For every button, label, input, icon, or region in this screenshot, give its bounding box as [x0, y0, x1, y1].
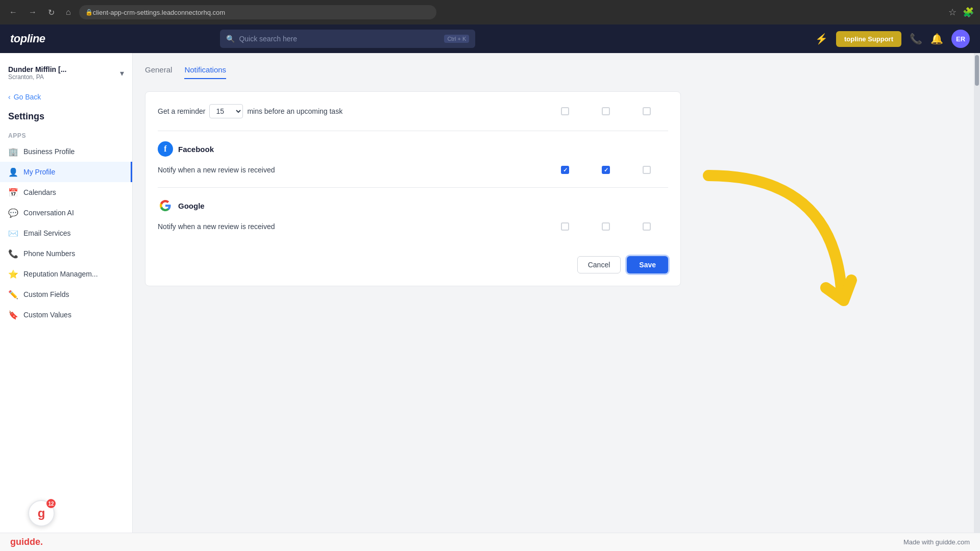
home-button[interactable]: ⌂: [63, 6, 74, 19]
cancel-button[interactable]: Cancel: [577, 256, 621, 273]
scrollbar-thumb[interactable]: [975, 55, 979, 86]
lightning-icon[interactable]: ⚡: [815, 33, 828, 45]
main-content: General Notifications Get a reminder 5 1…: [133, 53, 974, 533]
back-button[interactable]: ←: [6, 6, 20, 19]
tab-notifications[interactable]: Notifications: [184, 65, 226, 79]
guidde-badge[interactable]: g 12: [28, 500, 55, 527]
reminder-checkbox-3[interactable]: [643, 107, 651, 115]
reminder-prefix: Get a reminder: [158, 107, 205, 115]
custom-values-icon: 🔖: [8, 310, 18, 320]
nav-label-conversation-ai: Conversation AI: [23, 209, 74, 217]
nav-label-custom-fields: Custom Fields: [23, 290, 69, 298]
google-icon: [158, 198, 173, 213]
google-notify-row: Notify when a new review is received: [158, 219, 668, 234]
workspace-location: Scranton, PA: [8, 73, 116, 81]
support-button[interactable]: topline Support: [836, 31, 901, 47]
sidebar-item-my-profile[interactable]: 👤 My Profile: [0, 162, 132, 182]
guidde-footer: guidde. Made with guidde.com: [0, 533, 980, 551]
facebook-header: f Facebook: [158, 141, 668, 157]
url-text: client-app-crm-settings.leadconnectorhq.…: [93, 9, 225, 16]
search-icon: 🔍: [226, 35, 235, 43]
g-checkbox-push-wrap: [642, 221, 652, 232]
fb-checkbox-sms-wrap: [601, 165, 611, 175]
action-buttons: Cancel Save: [158, 256, 668, 273]
star-icon[interactable]: ☆: [948, 7, 957, 18]
nav-label-email-services: Email Services: [23, 229, 71, 237]
workspace-selector[interactable]: Dunder Mifflin [... Scranton, PA ▾: [0, 61, 132, 89]
g-checkbox-push[interactable]: [643, 222, 651, 231]
arrow-annotation: [668, 155, 872, 334]
forward-button[interactable]: →: [26, 6, 40, 19]
address-bar[interactable]: 🔒 client-app-crm-settings.leadconnectorh…: [79, 5, 436, 19]
sidebar-item-calendars[interactable]: 📅 Calendars: [0, 182, 132, 203]
sidebar-item-custom-fields[interactable]: ✏️ Custom Fields: [0, 284, 132, 305]
settings-card: Get a reminder 5 10 15 30 60 mins before…: [145, 91, 681, 286]
conversation-ai-icon: 💬: [8, 208, 18, 218]
sidebar-item-business-profile[interactable]: 🏢 Business Profile: [0, 141, 132, 162]
nav-label-my-profile: My Profile: [23, 168, 55, 176]
app-logo: topline: [10, 32, 45, 45]
settings-heading: Settings: [0, 109, 132, 128]
sidebar: Dunder Mifflin [... Scranton, PA ▾ ‹ Go …: [0, 53, 133, 533]
calendars-icon: 📅: [8, 187, 18, 197]
g-checkbox-sms[interactable]: [602, 222, 610, 231]
section-label-apps: Apps: [0, 128, 132, 141]
email-services-icon: ✉️: [8, 228, 18, 238]
header-check-3: [642, 106, 652, 116]
reminder-select[interactable]: 5 10 15 30 60: [209, 104, 243, 118]
g-checkbox-sms-wrap: [601, 221, 611, 232]
guidde-logo: guidde.: [10, 537, 43, 547]
header-check-1: [560, 106, 570, 116]
facebook-checkboxes: [560, 165, 668, 175]
phone-icon[interactable]: 📞: [910, 33, 922, 45]
facebook-name: Facebook: [178, 145, 214, 154]
guidde-made-with: Made with guidde.com: [903, 538, 970, 546]
sidebar-item-phone-numbers[interactable]: 📞 Phone Numbers: [0, 243, 132, 264]
app-header: topline 🔍 Quick search here Ctrl + K ⚡ t…: [0, 24, 980, 53]
refresh-button[interactable]: ↻: [45, 6, 58, 19]
workspace-name: Dunder Mifflin [...: [8, 65, 116, 73]
facebook-notify-label: Notify when a new review is received: [158, 166, 560, 174]
header-actions: ⚡ topline Support 📞 🔔 ER: [815, 30, 970, 48]
fb-checkbox-email[interactable]: [561, 166, 569, 174]
reputation-icon: ⭐: [8, 269, 18, 279]
phone-numbers-icon: 📞: [8, 248, 18, 259]
search-shortcut: Ctrl + K: [444, 35, 469, 43]
reminder-checkbox-1[interactable]: [561, 107, 569, 115]
bell-icon[interactable]: 🔔: [930, 33, 943, 45]
fb-checkbox-push[interactable]: [643, 166, 651, 174]
g-checkbox-email[interactable]: [561, 222, 569, 231]
go-back-link[interactable]: ‹ Go Back: [0, 89, 132, 109]
search-bar[interactable]: 🔍 Quick search here Ctrl + K: [220, 30, 475, 48]
reminder-checkbox-2[interactable]: [602, 107, 610, 115]
sidebar-item-reputation-management[interactable]: ⭐ Reputation Managem...: [0, 264, 132, 284]
chevron-down-icon: ▾: [120, 68, 124, 78]
scrollbar[interactable]: [974, 53, 980, 533]
reminder-row: Get a reminder 5 10 15 30 60 mins before…: [158, 104, 668, 131]
google-notify-label: Notify when a new review is received: [158, 222, 560, 231]
business-profile-icon: 🏢: [8, 146, 18, 157]
nav-label-reputation: Reputation Managem...: [23, 270, 98, 278]
guidde-badge-count: 12: [46, 499, 56, 508]
tab-general[interactable]: General: [145, 65, 172, 79]
fb-checkbox-push-wrap: [642, 165, 652, 175]
extensions-icon[interactable]: 🧩: [963, 7, 974, 18]
fb-checkbox-sms[interactable]: [602, 166, 610, 174]
workspace-info: Dunder Mifflin [... Scranton, PA: [8, 65, 116, 81]
reminder-suffix: mins before an upcoming task: [247, 107, 342, 115]
sidebar-item-email-services[interactable]: ✉️ Email Services: [0, 223, 132, 243]
custom-fields-icon: ✏️: [8, 289, 18, 299]
nav-label-custom-values: Custom Values: [23, 311, 71, 319]
sidebar-item-custom-values[interactable]: 🔖 Custom Values: [0, 305, 132, 325]
user-avatar[interactable]: ER: [951, 30, 970, 48]
browser-icons: ☆ 🧩: [948, 7, 974, 18]
google-checkboxes: [560, 221, 668, 232]
go-back-label: Go Back: [14, 93, 41, 101]
sidebar-item-conversation-ai[interactable]: 💬 Conversation AI: [0, 203, 132, 223]
google-name: Google: [178, 202, 205, 210]
facebook-notify-row: Notify when a new review is received: [158, 163, 668, 177]
nav-label-business-profile: Business Profile: [23, 147, 75, 156]
guidde-badge-wrapper: g 12: [28, 500, 55, 527]
save-button[interactable]: Save: [627, 256, 668, 273]
nav-label-phone-numbers: Phone Numbers: [23, 249, 75, 258]
